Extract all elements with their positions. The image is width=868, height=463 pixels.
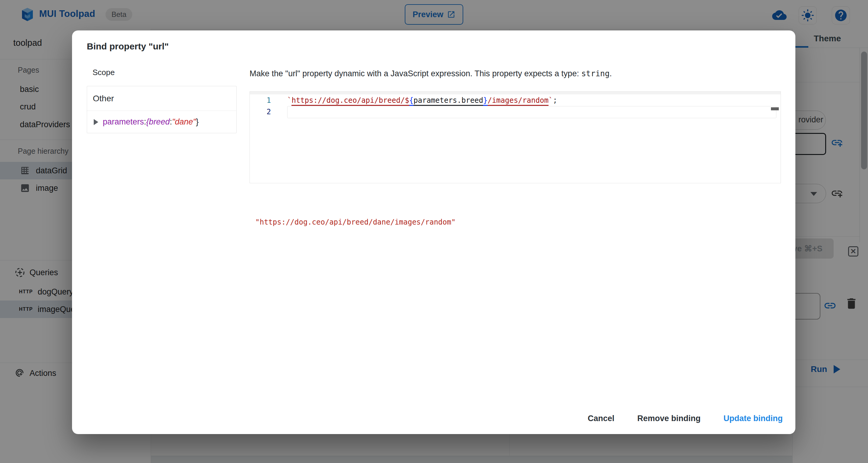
current-line-highlight <box>287 106 776 118</box>
update-binding-button[interactable]: Update binding <box>722 411 784 426</box>
param-close-brace: } <box>196 117 198 127</box>
code-line-1-text: `https://dog.ceo/api/breed/${parameters.… <box>287 96 557 104</box>
scope-row-parameters[interactable]: parameters: {breed: "dane"} <box>87 111 236 133</box>
code-token-brace: { <box>409 96 413 106</box>
code-token-url: https://dog.ceo/api/breed/ <box>291 96 405 106</box>
code-editor[interactable]: 1 `https://dog.ceo/api/breed/${parameter… <box>250 91 781 183</box>
param-breed-key: breed <box>149 117 170 127</box>
cancel-button[interactable]: Cancel <box>586 411 616 426</box>
code-token: ` <box>287 96 291 104</box>
description-period: . <box>610 69 612 78</box>
param-breed-sep: : <box>170 117 172 127</box>
scope-box: Other parameters: {breed: "dane"} <box>87 86 237 133</box>
expand-triangle-icon[interactable] <box>94 119 98 125</box>
code-token-url: /images/random <box>488 96 549 106</box>
dialog-description: Make the "url" property dynamic with a J… <box>250 69 612 79</box>
line-number-1: 1 <box>250 96 271 104</box>
overview-ruler-mark <box>771 107 779 110</box>
dialog-actions: Cancel Remove binding Update binding <box>586 411 784 426</box>
bind-property-dialog: Bind property "url" Scope Other paramete… <box>72 30 795 434</box>
param-key: parameters <box>103 117 144 127</box>
code-token-identifier: parameters.breed <box>413 96 483 106</box>
dialog-title: Bind property "url" <box>87 41 169 52</box>
scope-label: Scope <box>93 68 115 77</box>
remove-binding-button[interactable]: Remove binding <box>636 411 703 426</box>
editor-top-strip <box>250 92 781 94</box>
description-text: Make the "url" property dynamic with a J… <box>250 69 581 78</box>
scope-row-other[interactable]: Other <box>87 86 236 111</box>
param-open-brace: { <box>146 117 149 127</box>
expression-result-preview: "https://dog.ceo/api/breed/dane/images/r… <box>255 218 456 226</box>
code-token: ; <box>553 96 557 104</box>
code-token-brace: } <box>483 96 487 106</box>
code-token: $ <box>405 96 409 106</box>
param-sep: : <box>144 117 147 127</box>
code-line-1: 1 `https://dog.ceo/api/breed/${parameter… <box>250 95 781 106</box>
description-type-code: string <box>581 69 610 78</box>
code-token: ` <box>549 96 553 104</box>
line-number-2: 2 <box>250 107 271 116</box>
param-breed-value: "dane" <box>172 117 196 127</box>
